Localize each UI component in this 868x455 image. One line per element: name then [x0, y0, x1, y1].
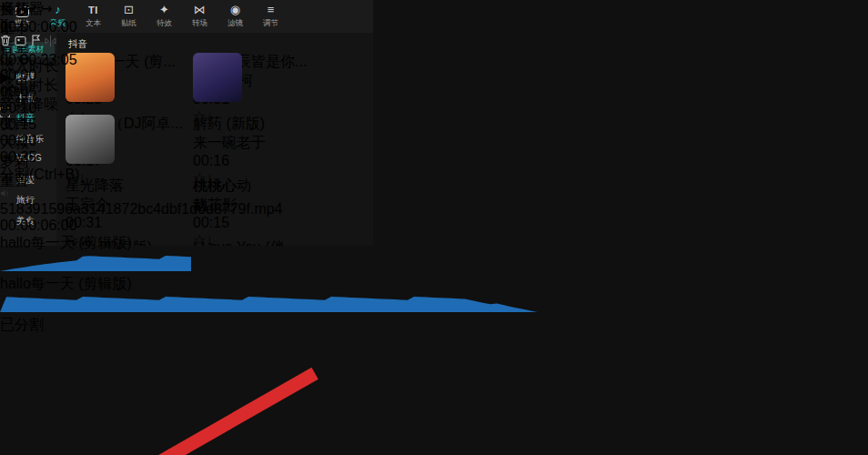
marker-flag-icon[interactable] [31, 34, 45, 49]
track-mute-button[interactable] [0, 185, 538, 201]
split-tooltip: 分割(Ctrl+B) [0, 166, 538, 185]
redo-icon[interactable]: ↪ [40, 1, 52, 16]
timeline-panel: ↖ ▾ ↩ ↪ ][ ‹|› ⊖ [0, 0, 538, 455]
split-icon: ][ [0, 17, 8, 33]
video-clip[interactable]: 518391596a3141872bc4dbf1d6d8779f.mp4 00:… [0, 201, 538, 234]
ruler-label: 00:00 [0, 67, 538, 84]
undo-icon[interactable]: ↩ [24, 1, 35, 16]
split-tool-button[interactable]: ][ [0, 17, 538, 34]
ruler-label: 00:25 [0, 149, 538, 166]
audio-clip-left[interactable]: hallo每一天 (剪辑版) [0, 234, 538, 275]
annotation-split-label: 已分割 [0, 316, 538, 335]
audio-waveform [0, 253, 191, 271]
preview-axis-icon[interactable]: ‹|› [0, 51, 14, 66]
ruler-label: 00:15 [0, 116, 538, 133]
zoom-out-icon[interactable]: ⊖ [17, 51, 29, 66]
chevron-down-icon[interactable]: ▾ [16, 7, 20, 15]
video-clip-duration: 00:00:06:00 [0, 217, 538, 234]
mirror-icon[interactable] [45, 34, 56, 49]
ruler-label: 00:05 [0, 84, 538, 100]
ruler-label: 00:20 [0, 133, 538, 149]
freeze-frame-icon[interactable] [15, 34, 30, 49]
annotation-arrow [0, 335, 538, 455]
select-tool-icon[interactable]: ↖ [0, 1, 12, 16]
timeline-toolbar: ↖ ▾ ↩ ↪ ][ ‹|› ⊖ [0, 0, 538, 67]
audio-clip-label: hallo每一天 (剪辑版) [0, 275, 538, 294]
app-window: ▸媒体♪音频TI文本⊡贴纸✦特效⋈转场◉滤镜≡调节 ▾ 音乐素材 收藏卡点抖音纯… [0, 0, 868, 455]
ruler-label: 00:10 [0, 100, 538, 116]
audio-clip-label: hallo每一天 (剪辑版) [0, 234, 538, 253]
audio-waveform [0, 294, 538, 312]
speaker-icon [0, 185, 9, 200]
delete-icon[interactable] [0, 34, 15, 49]
video-clip-filename: 518391596a3141872bc4dbf1d6d8779f.mp4 [0, 201, 538, 217]
audio-clip-right-selected[interactable]: hallo每一天 (剪辑版) [0, 275, 538, 316]
timeline-ruler[interactable]: 00:0000:0500:1000:1500:2000:25 [0, 67, 538, 166]
